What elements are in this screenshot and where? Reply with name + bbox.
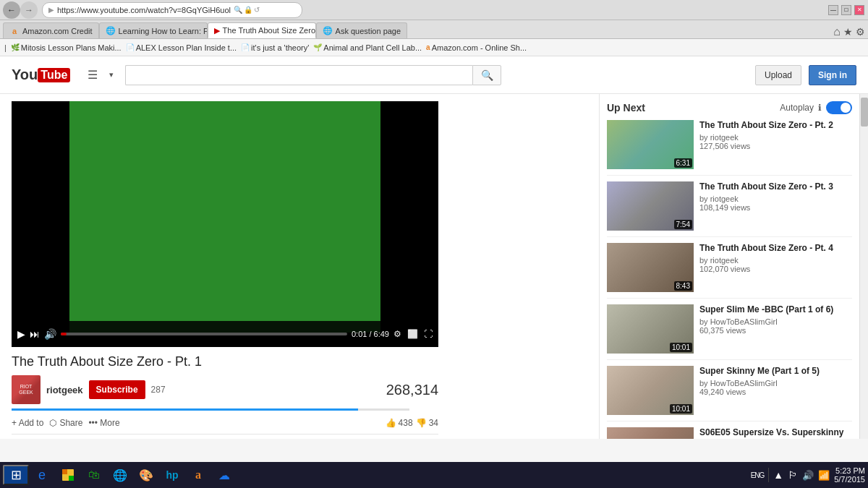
- view-count: 268,314: [386, 382, 438, 398]
- tab-label: The Truth About Size Zero -...: [223, 26, 316, 35]
- title-bar: ← → ▶ https://www.youtube.com/watch?v=8G…: [0, 0, 868, 20]
- signin-button[interactable]: Sign in: [809, 65, 856, 85]
- menu-icon[interactable]: ☰: [88, 68, 98, 82]
- time-display: 5:23 PM: [834, 466, 865, 475]
- yt-content: ▶ ⏭ 🔊 0:01 / 6:49 ⚙ ⬜ ⛶: [0, 94, 599, 439]
- dislike-count: 34: [429, 418, 438, 428]
- upload-button[interactable]: Upload: [755, 65, 801, 85]
- start-button[interactable]: ⊞: [3, 465, 29, 485]
- dislike-button[interactable]: 👎 34: [416, 418, 438, 428]
- video-card-info: The Truth About Size Zero - Pt. 3 by rio…: [699, 181, 852, 231]
- search-button[interactable]: 🔍: [472, 65, 501, 85]
- thumbs-down-icon: 👎: [416, 418, 427, 428]
- scroll-thumb[interactable]: [861, 98, 868, 127]
- rating-bar: [12, 408, 409, 411]
- card-channel: by riotgeek: [699, 133, 852, 142]
- channel-name[interactable]: riotgeek: [46, 385, 83, 395]
- menu-arrow[interactable]: ▾: [109, 70, 114, 80]
- card-views: 60,375 views: [699, 326, 852, 335]
- progress-bar[interactable]: [61, 333, 347, 335]
- taskbar-right: ENG ▲ 🏳 🔊 📶 5:23 PM 5/7/2015: [751, 466, 865, 484]
- sidebar-video-card[interactable]: 40:46 S06E05 Supersize Vs. Superskinny S…: [607, 427, 852, 439]
- arrow-icon[interactable]: ▲: [773, 469, 783, 481]
- taskbar-hp[interactable]: hp: [161, 465, 184, 485]
- bookmarks-label: |: [4, 43, 7, 52]
- taskbar-amazon-app[interactable]: a: [187, 465, 210, 485]
- minimize-button[interactable]: —: [828, 5, 838, 15]
- info-icon[interactable]: ℹ: [818, 103, 822, 113]
- sidebar-video-card[interactable]: 10:01 Super Slim Me -BBC (Part 1 of 6) b…: [607, 304, 852, 354]
- video-thumbnail: 8:43: [607, 243, 694, 292]
- card-title: Super Skinny Me (Part 1 of 5): [699, 366, 852, 377]
- taskbar-ie[interactable]: e: [30, 465, 54, 485]
- tab-learning[interactable]: 🌐 Learning How to Learn: Powerf...: [99, 22, 208, 38]
- bookmark-mitosis[interactable]: 🌿 Mitosis Lesson Plans Maki...: [11, 43, 122, 52]
- taskbar-onedrive[interactable]: ☁: [213, 465, 236, 485]
- bookmark-amazon[interactable]: a Amazon.com - Online Sh...: [426, 43, 527, 52]
- play-button[interactable]: ▶: [17, 328, 25, 340]
- close-button[interactable]: ✕: [854, 5, 864, 15]
- settings-button[interactable]: ⚙: [393, 329, 401, 339]
- skip-button[interactable]: ⏭: [30, 328, 40, 340]
- yt-header: YouTube ☰ ▾ 🔍 Upload Sign in: [0, 56, 868, 94]
- up-next-header: Up Next Autoplay ℹ: [607, 101, 852, 114]
- sidebar-video-card[interactable]: 6:31 The Truth About Size Zero - Pt. 2 b…: [607, 120, 852, 169]
- share-label: Share: [59, 418, 82, 428]
- time-display: 0:01 / 6:49: [352, 330, 389, 338]
- settings-icon[interactable]: ⚙: [856, 26, 865, 38]
- sidebar-video-card[interactable]: 7:54 The Truth About Size Zero - Pt. 3 b…: [607, 181, 852, 231]
- thumb-duration: 10:01: [670, 404, 692, 414]
- tab-amazon-credit[interactable]: a Amazon.com Credit: [3, 22, 99, 38]
- bookmark-cell[interactable]: 🌱 Animal and Plant Cell Lab...: [313, 43, 422, 52]
- video-controls: ▶ ⏭ 🔊 0:01 / 6:49 ⚙ ⬜ ⛶: [12, 321, 438, 347]
- home-button[interactable]: ⌂: [833, 25, 841, 38]
- channel-avatar[interactable]: RIOTGEEK: [12, 375, 41, 404]
- address-bar-inline[interactable]: ▶ https://www.youtube.com/watch?v=8GqYGi…: [42, 2, 302, 18]
- star-button[interactable]: ★: [843, 26, 853, 38]
- video-card-info: The Truth About Size Zero - Pt. 4 by rio…: [699, 243, 852, 292]
- volume-button[interactable]: 🔊: [44, 328, 56, 340]
- taskbar-explorer[interactable]: [56, 465, 80, 485]
- forward-button[interactable]: →: [20, 1, 38, 19]
- header-right: Upload Sign in: [755, 65, 856, 85]
- video-thumbnail: 7:54: [607, 181, 694, 231]
- like-button[interactable]: 👍 438: [386, 418, 413, 428]
- sidebar-video-card[interactable]: 8:43 The Truth About Size Zero - Pt. 4 b…: [607, 243, 852, 292]
- time-current: 0:01: [352, 330, 367, 338]
- search-input[interactable]: [125, 65, 472, 85]
- logo-you: You: [12, 67, 38, 83]
- theater-button[interactable]: ⬜: [407, 329, 418, 339]
- more-button[interactable]: ••• More: [88, 418, 119, 428]
- autoplay-toggle[interactable]: [826, 101, 852, 114]
- taskbar-chrome[interactable]: 🌐: [109, 465, 132, 485]
- taskbar-divider: [768, 468, 769, 482]
- subscribe-button[interactable]: Subscribe: [89, 380, 145, 399]
- address-text: https://www.youtube.com/watch?v=8GqYGiH6…: [57, 6, 231, 14]
- sidebar-video-card[interactable]: 10:01 Super Skinny Me (Part 1 of 5) by H…: [607, 366, 852, 415]
- bookmark-alex[interactable]: 📄 ALEX Lesson Plan Inside t...: [126, 43, 237, 52]
- video-card-info: Super Skinny Me (Part 1 of 5) by HowToBe…: [699, 366, 852, 415]
- volume-icon[interactable]: 🔊: [802, 470, 814, 481]
- add-to-button[interactable]: + Add to: [12, 418, 43, 428]
- scrollbar[interactable]: [859, 94, 868, 439]
- search-bar: 🔍: [125, 65, 501, 85]
- date-display: 5/7/2015: [834, 475, 865, 484]
- card-divider: [607, 236, 852, 237]
- taskbar-clock[interactable]: 5:23 PM 5/7/2015: [834, 466, 865, 484]
- thumb-duration: 10:01: [670, 343, 692, 352]
- tab-truth[interactable]: ▶ The Truth About Size Zero -... ✕: [208, 22, 316, 38]
- share-button[interactable]: ⬡ Share: [49, 418, 82, 428]
- tab-ask[interactable]: 🌐 Ask question page: [316, 22, 408, 38]
- card-channel: by HowToBeASlimGirl: [699, 379, 852, 388]
- tab-favicon-3: ▶: [214, 25, 220, 35]
- signal-icon[interactable]: 📶: [818, 470, 830, 481]
- bookmark-theory[interactable]: 📄 it's just a 'theory': [241, 43, 309, 52]
- taskbar-store[interactable]: 🛍: [82, 465, 106, 485]
- autoplay-section: Autoplay ℹ: [780, 101, 852, 114]
- video-player[interactable]: ▶ ⏭ 🔊 0:01 / 6:49 ⚙ ⬜ ⛶: [12, 101, 438, 347]
- maximize-button[interactable]: □: [841, 5, 851, 15]
- card-title: The Truth About Size Zero - Pt. 4: [699, 243, 852, 254]
- fullscreen-button[interactable]: ⛶: [424, 329, 433, 339]
- taskbar-color-wheel[interactable]: 🎨: [135, 465, 158, 485]
- back-button[interactable]: ←: [3, 1, 20, 19]
